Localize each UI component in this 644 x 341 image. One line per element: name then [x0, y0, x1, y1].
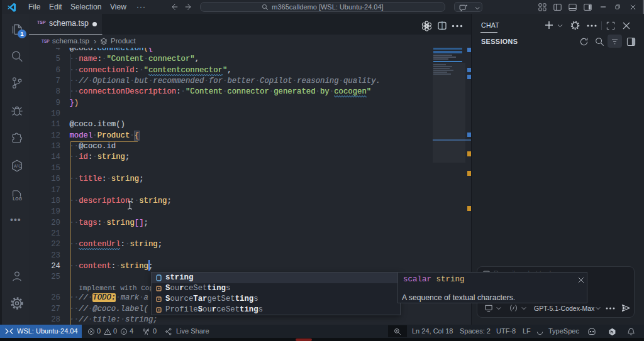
svg-text:A²C: A²C	[14, 163, 22, 169]
svg-text:LOG: LOG	[13, 197, 22, 201]
